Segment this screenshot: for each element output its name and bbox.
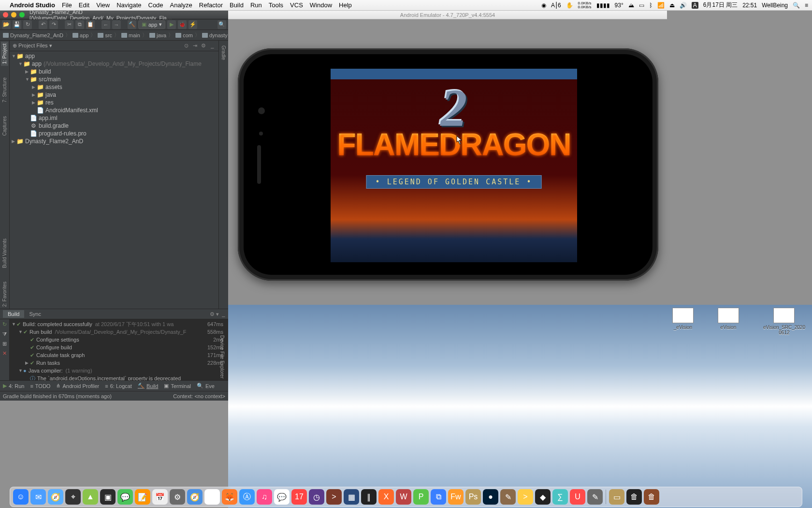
settings-icon[interactable]: ⚙ <box>200 43 207 49</box>
status-adobe[interactable]: A⎮6 <box>551 2 561 9</box>
dock-app-note[interactable]: ✎ <box>500 489 516 505</box>
tree-item[interactable]: 📄app.iml <box>10 114 218 122</box>
breadcrumb[interactable]: com <box>175 32 193 38</box>
tree-item[interactable]: ▼📁src/main <box>10 75 218 83</box>
tab-build-variants[interactable]: Build Variants <box>1 237 8 270</box>
menu-code[interactable]: Code <box>148 1 163 9</box>
menu-refactor[interactable]: Refactor <box>199 1 223 9</box>
breadcrumb[interactable]: dynasty <box>202 32 228 38</box>
dock-app-trash[interactable]: 🗑 <box>644 489 659 505</box>
tab-project[interactable]: 1: Project <box>1 42 8 66</box>
build-row[interactable]: ✔Configure settings 2ms <box>12 336 226 344</box>
copy-button[interactable]: ⧉ <box>75 20 84 29</box>
tab-todo[interactable]: ≡TODO <box>30 383 50 389</box>
build-row[interactable]: ⓘThe `android.dexOptions.incremental` pr… <box>12 374 226 380</box>
app-name-menu[interactable]: Android Studio <box>10 1 55 9</box>
dock-app-word[interactable]: W <box>396 489 411 505</box>
dock-app-calc[interactable]: ∑ <box>552 489 568 505</box>
tab-run[interactable]: ▶4: Run <box>3 383 24 389</box>
status-context[interactable]: Context: <no context> <box>173 393 225 399</box>
dock-app-term[interactable]: > <box>518 489 533 505</box>
dock-app-music[interactable]: ♫ <box>257 489 272 505</box>
open-button[interactable]: 📂 <box>2 20 11 29</box>
dock-app-finder[interactable]: ☺ <box>13 489 29 505</box>
status-eject-icon[interactable]: ⏏ <box>669 2 675 9</box>
tab-favorites[interactable]: 2: Favorites <box>1 280 8 309</box>
build-row[interactable]: ✔Configure build 152ms <box>12 344 226 351</box>
breadcrumb[interactable]: main <box>121 32 140 38</box>
dock-app-beats[interactable]: ● <box>483 489 498 505</box>
dock-app-excel[interactable]: X <box>378 489 394 505</box>
dock-app-wechat[interactable]: 💬 <box>117 489 133 505</box>
save-button[interactable]: 💾 <box>13 20 21 29</box>
status-input[interactable]: A <box>692 2 698 9</box>
rerun-icon[interactable]: ↻ <box>1 321 8 328</box>
dock-app-vs[interactable]: ⧉ <box>431 489 446 505</box>
filter-icon[interactable]: ⧩ <box>1 331 8 338</box>
dock-app-notes[interactable]: 📝 <box>135 489 150 505</box>
status-network[interactable]: 0.0KB/s0.0KB/s <box>578 1 592 9</box>
dock-app-ff[interactable]: 🦊 <box>222 489 237 505</box>
dock-app-safari[interactable]: 🧭 <box>187 489 203 505</box>
menu-vcs[interactable]: VCS <box>290 1 303 9</box>
dock-app-term[interactable]: ⌖ <box>65 489 81 505</box>
run-button[interactable]: ▶ <box>167 20 176 29</box>
tab-gradle[interactable]: Gradle <box>220 44 227 62</box>
menu-window[interactable]: Window <box>310 1 332 9</box>
minimize-button[interactable] <box>11 12 16 17</box>
device-screen[interactable]: 2 FLAMEDRAGON • LEGEND OF GOLDEN CASTLE … <box>287 69 621 262</box>
dock-app-as[interactable]: ▲ <box>83 489 98 505</box>
build-hide-icon[interactable]: ⎯ <box>222 311 225 317</box>
menu-run[interactable]: Run <box>250 1 262 9</box>
navigation-bar[interactable]: Dynasty_Flame2_AnD〉 app〉 src〉 main〉 java… <box>0 30 228 41</box>
tab-structure[interactable]: 7: Structure <box>1 75 8 105</box>
build-settings-icon[interactable]: ⚙ ▾ <box>210 311 219 317</box>
dock-app-msg[interactable]: 💬 <box>274 489 290 505</box>
menu-edit[interactable]: Edit <box>79 1 89 9</box>
build-row[interactable]: ✔Calculate task graph 171ms <box>12 351 226 359</box>
dock-app-appstore[interactable]: Ⓐ <box>239 489 255 505</box>
dock-app-color[interactable]: ▦ <box>344 489 359 505</box>
breadcrumb[interactable]: app <box>72 32 88 38</box>
dock-app-term[interactable]: > <box>326 489 342 505</box>
tab-captures[interactable]: Captures <box>1 114 8 138</box>
status-time[interactable]: 22:51 <box>742 2 757 9</box>
menu-file[interactable]: File <box>62 1 72 9</box>
status-record-icon[interactable]: ◉ <box>541 2 546 9</box>
sync-button[interactable]: ↻ <box>23 20 32 29</box>
desktop-folder[interactable]: eVision <box>718 308 739 335</box>
build-row[interactable]: ▼✔Build: completed successfully at 2020/… <box>12 320 226 328</box>
breadcrumb[interactable]: Dynasty_Flame2_AnD <box>3 32 63 38</box>
dock-app-fw[interactable]: Fw <box>448 489 464 505</box>
dock-app-ppt[interactable]: P <box>413 489 429 505</box>
dock-app-edit[interactable]: ✎ <box>587 489 603 505</box>
tree-item[interactable]: ▶📁assets <box>10 83 218 91</box>
status-screens-icon[interactable]: ▭ <box>639 2 644 9</box>
tab-sync[interactable]: Sync <box>24 310 45 318</box>
dock-app-chrome[interactable]: ◉ <box>204 489 220 505</box>
status-hand-icon[interactable]: ✋ <box>566 2 573 9</box>
project-view-selector[interactable]: ⊕ Project Files ▾ <box>13 43 52 49</box>
back-button[interactable]: ← <box>102 20 110 29</box>
dock-app-ue[interactable]: U <box>570 489 585 505</box>
undo-button[interactable]: ↶ <box>39 20 47 29</box>
redo-button[interactable]: ↷ <box>49 20 58 29</box>
close-button[interactable] <box>3 12 8 17</box>
tab-terminal[interactable]: ▣Terminal <box>164 383 191 389</box>
traffic-lights[interactable] <box>3 12 25 17</box>
dock-app-clock[interactable]: ◷ <box>309 489 324 505</box>
dock-app-mail[interactable]: ✉ <box>30 489 46 505</box>
spotlight-icon[interactable]: 🔍 <box>793 2 800 9</box>
dock-app-books[interactable]: ▭ <box>609 489 624 505</box>
build-row[interactable]: ▶✔Run tasks 228ms <box>12 359 226 367</box>
tab-event-log[interactable]: 🔍Eve <box>197 383 215 389</box>
notification-center-icon[interactable]: ≡ <box>805 2 808 9</box>
dock-app-ps[interactable]: Ps <box>465 489 481 505</box>
build-row[interactable]: ▼✔Run build /Volumes/Data/_Develop_And/_… <box>12 328 226 336</box>
tree-item[interactable]: 📄proguard-rules.pro <box>10 130 218 137</box>
tab-profiler[interactable]: ⋔Android Profiler <box>56 383 99 389</box>
cut-button[interactable]: ✂ <box>65 20 73 29</box>
locate-icon[interactable]: ⊙ <box>183 43 189 49</box>
desktop-folder[interactable]: eVision_SRC_2020 0612 <box>763 308 805 335</box>
dock-app-trash[interactable]: 🗑 <box>626 489 642 505</box>
